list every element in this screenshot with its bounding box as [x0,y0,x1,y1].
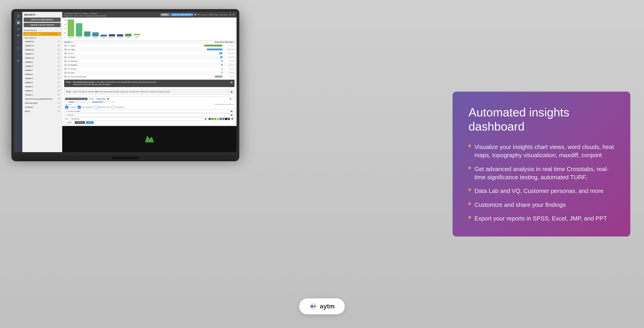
report-gear-icon[interactable]: ⚙ [58,48,60,51]
sidebar-icon-settings[interactable]: ⚙ [16,58,21,63]
images-icon: 🖼 [209,14,211,15]
wc-shuffle-button[interactable]: SHUFFLE [75,121,85,124]
reset-button[interactable]: RESET [160,13,169,16]
answer-icon: 🐾 [64,67,67,70]
bullet-item-3: Data Lab and VQ, Customer personas, and … [468,187,614,195]
apply-all-wordclouds-button[interactable]: APPLY TO ALL WORDCLOUDS [65,98,88,100]
sidebar-icon-filter[interactable]: ▼ [16,26,21,31]
create-blank-report-button[interactable]: CREATE A BLANK REPORT [24,23,60,27]
table-row: 🐾 A8: Other 2.7% (27) [62,71,236,75]
screen-content: ☰ ▦ ▼ ✿ ☆ ◯ ↓ ⚙ REPORTS ? [14,12,236,152]
report-item-newtest[interactable]: New test report ⚙ [23,101,61,105]
report-item-untitled2[interactable]: Untitled 2 ⚙ [23,89,61,92]
report-item-untitled7[interactable]: Untitled 7 ⚙ [23,68,61,72]
bar-cats: Cat(s) [76,23,82,38]
report-gear-icon[interactable]: ⚙ [58,85,60,88]
report-item-untitled4[interactable]: Untitled 4 ⚙ [23,81,61,84]
report-item-untitled8[interactable]: Untitled 8 ⚙ [23,64,61,68]
report-gear-icon[interactable]: ⚙ [58,98,60,100]
report-item-untitled13[interactable]: Untitled 13 ⚙ [23,44,61,47]
color-swatch[interactable] [225,118,227,120]
reload-icon-container[interactable]: ⟳ [233,13,235,16]
color-swatch[interactable] [217,118,219,120]
report-gear-icon[interactable]: ⚙ [58,106,60,108]
q1-number: ⚙ Q1: [66,81,72,83]
color-swatch[interactable] [222,118,224,120]
report-item-untitled9[interactable]: Untitled 9 ⚙ [23,60,61,64]
sidebar-icon-star[interactable]: ☆ [16,39,21,44]
reports-header: REPORTS ? [22,12,62,17]
checkbox-fix-misspells[interactable]: Fix misspells [65,106,76,109]
report-item-allqs[interactable]: All Qs ⚙ [23,109,61,113]
report-gear-icon[interactable]: ⚙ [58,89,60,92]
color-swatch[interactable] [220,118,222,120]
answer-label: 🐾 A5: Rodent(s) [64,60,222,62]
report-gear-icon[interactable]: ⚙ [58,57,60,59]
checkbox-merge-similar[interactable]: Merge similar words [94,106,110,109]
bullet-item-5: Export your reports in SPSS, Excel, JMP,… [468,214,614,223]
bullet-square-icon [468,167,471,169]
report-item-untitled12[interactable]: Untitled 12 ⚙ [23,48,61,51]
bar-none: I do not have [133,34,140,38]
top-bar: UNSAVED REPORT: Original - as fielded Re… [62,12,236,17]
bullet-square-icon [468,189,471,191]
answer-label: 🐾 A4: Bird(s) [64,56,220,58]
report-gear-icon[interactable]: ⚙ [58,40,60,43]
wc-settings-icon[interactable]: ⚙ [230,98,231,100]
save-new-button[interactable]: SAVE AS A NEW REPORT [170,13,194,16]
save-as-new-report-button[interactable]: SAVE AS A NEW REPORT [24,17,60,22]
bar-other: Other [125,34,132,38]
text-clean-select[interactable]: Text clean up settings [65,110,234,113]
wc-reset-button[interactable]: RESET [65,121,74,124]
checkbox-2word[interactable]: 2-word phrases [112,106,124,109]
color-swatch[interactable] [208,118,211,120]
sidebar-icon-download[interactable]: ↓ [16,52,21,57]
report-gear-icon[interactable]: ⚙ [58,69,60,71]
preset-select[interactable]: Central Park Default [94,97,110,100]
sidebar-icon-menu[interactable]: ☰ [16,14,21,19]
answer-label: 🐾 A6: Reptile(s) [64,63,221,66]
report-gear-icon[interactable]: ⚙ [58,73,60,75]
max-words-slider[interactable] [68,102,87,102]
default-report-item[interactable]: Original - as fielded ⚙ [23,32,61,36]
report-item-untitled5[interactable]: Untitled 5 ⚙ [23,76,61,80]
report-item-untitled1[interactable]: Untitled 1 ⚙ [23,93,61,97]
report-item-untitled6[interactable]: Untitled 6 ⚙ [23,72,61,76]
report-gear-icon[interactable]: ⚙ [58,61,60,63]
report-item-pauls[interactable]: Paul's Pet Survey Design Rework ⚙ [23,97,61,101]
contrast-label: Smallest/largest words contrast [215,104,234,105]
refresh-icon-container[interactable]: ↻ [229,13,231,16]
bullet-item-1: Visualize your insights chart views, wor… [468,143,614,159]
contrast-slider[interactable] [92,102,110,102]
report-item-untitled11[interactable]: Untitled 11 ⚙ [23,52,61,55]
report-item-untitled10[interactable]: Untitled 10 ⚙ [23,56,61,60]
default-report-gear-icon[interactable]: ⚙ [58,33,60,35]
report-item-untitled3[interactable]: Untitled 3 ⚙ [23,85,61,88]
report-gear-icon[interactable]: ⚙ [58,77,60,79]
report-gear-icon[interactable]: ⚙ [58,94,60,96]
sidebar-icon-circle[interactable]: ◯ [16,45,21,50]
reports-help-icon: ? [36,14,37,16]
report-gear-icon[interactable]: ⚙ [58,81,60,84]
color-swatch[interactable] [214,118,216,120]
add-mask-select[interactable]: Add mask [65,113,234,117]
report-gear-icon[interactable]: ⚙ [58,53,60,55]
report-item-untitled14[interactable]: Untitled 14 ⚙ [23,40,61,43]
answer-icon: 🐾 [64,63,67,66]
dark-footer [62,126,236,152]
wc-save-button[interactable]: SAVE [86,121,94,124]
report-gear-icon[interactable]: ⚙ [58,44,60,47]
color-swatch[interactable] [211,118,214,120]
report-gear-icon[interactable]: ⚙ [58,65,60,67]
sidebar-icon-flower[interactable]: ✿ [16,33,21,38]
laptop-container: ☰ ▦ ▼ ✿ ☆ ◯ ↓ ⚙ REPORTS ? [12,9,239,173]
add-colors-icon[interactable]: ➕ [231,117,234,120]
font-select[interactable]: Alfa Slab One [69,117,208,120]
report-gear-icon[interactable]: ⚙ [58,102,60,104]
sidebar-icon-chart[interactable]: ▦ [16,20,21,25]
report-gear-icon[interactable]: ⚙ [58,110,60,112]
wc-download-icon[interactable]: ↓ [233,98,234,100]
report-item-vqdemo[interactable]: VQ Demo ⚙ [23,105,61,109]
checkbox-smart-cap[interactable]: Smart capitalization [78,106,93,109]
color-swatch[interactable] [228,118,230,120]
